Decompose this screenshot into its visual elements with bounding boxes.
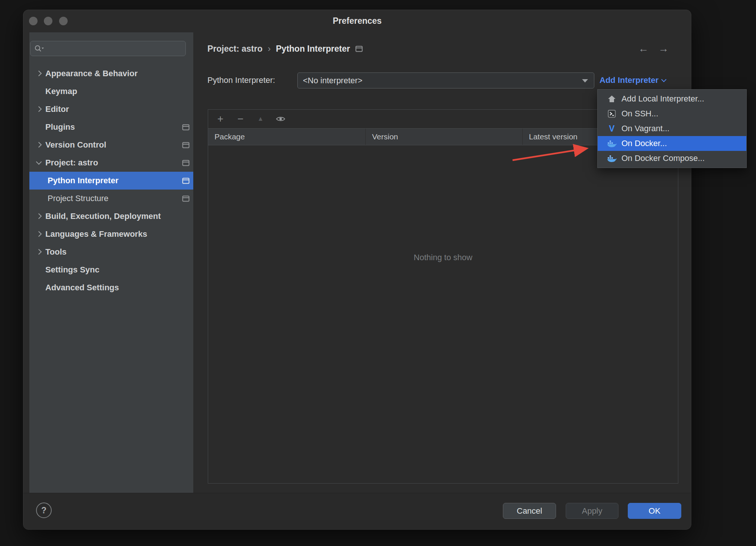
sidebar-item-label: Python Interpreter — [48, 176, 119, 185]
sidebar-item-keymap[interactable]: Keymap — [29, 83, 193, 100]
chevron-right-icon — [36, 70, 42, 76]
upgrade-package-icon[interactable]: ▲ — [256, 115, 265, 123]
chevron-down-icon — [36, 159, 42, 165]
sidebar-item-label: Advanced Settings — [45, 283, 119, 293]
sidebar-item-label: Plugins — [45, 122, 75, 132]
remove-package-icon[interactable]: − — [236, 113, 245, 125]
chevron-right-icon — [36, 231, 42, 237]
chevron-right-icon — [36, 142, 42, 148]
chevron-down-icon — [582, 79, 588, 83]
home-icon — [607, 95, 617, 103]
desktop: Preferences Appearance & Behavior Keymap — [0, 0, 756, 546]
breadcrumb-separator: › — [268, 43, 271, 54]
sidebar-item-project-structure[interactable]: Project Structure — [29, 190, 193, 207]
breadcrumb: Project: astro › Python Interpreter — [207, 43, 363, 54]
menu-item-label: On SSH... — [621, 109, 658, 119]
add-interpreter-menu: Add Local Interpreter... On SSH... V On … — [597, 89, 747, 168]
menu-item-on-ssh[interactable]: On SSH... — [598, 106, 746, 121]
docker-icon — [607, 140, 617, 147]
interpreter-select[interactable]: <No interpreter> — [297, 72, 594, 88]
search-icon — [34, 45, 44, 53]
settings-search-box[interactable] — [30, 41, 186, 56]
sidebar-item-plugins[interactable]: Plugins — [29, 118, 193, 136]
interpreter-select-value: <No interpreter> — [303, 76, 362, 85]
docker-compose-icon — [607, 155, 617, 162]
vagrant-icon: V — [607, 124, 617, 134]
dialog-footer: ? Cancel Apply OK — [23, 493, 691, 529]
back-icon[interactable]: ← — [638, 43, 649, 55]
breadcrumb-page: Python Interpreter — [276, 44, 350, 54]
menu-item-label: On Vagrant... — [621, 124, 669, 133]
in-window-marker-icon — [182, 124, 190, 130]
add-package-icon[interactable]: + — [216, 113, 225, 125]
menu-item-on-docker[interactable]: On Docker... — [598, 136, 746, 151]
chevron-down-icon — [661, 77, 666, 82]
sidebar-item-label: Settings Sync — [45, 265, 99, 275]
sidebar-item-settings-sync[interactable]: Settings Sync — [29, 261, 193, 279]
in-window-marker-icon — [355, 46, 363, 52]
column-header-version[interactable]: Version — [366, 129, 523, 145]
settings-sidebar: Appearance & Behavior Keymap Editor Plug… — [29, 32, 193, 493]
sidebar-item-label: Project: astro — [45, 158, 98, 168]
sidebar-item-project-astro[interactable]: Project: astro — [29, 154, 193, 172]
menu-item-on-docker-compose[interactable]: On Docker Compose... — [598, 151, 746, 166]
in-window-marker-icon — [182, 142, 190, 148]
sidebar-item-appearance-behavior[interactable]: Appearance & Behavior — [29, 65, 193, 83]
menu-item-label: On Docker... — [621, 139, 667, 148]
search-input[interactable] — [44, 44, 185, 53]
menu-item-add-local-interpreter[interactable]: Add Local Interpreter... — [598, 91, 746, 106]
sidebar-item-python-interpreter[interactable]: Python Interpreter — [29, 172, 193, 190]
forward-icon[interactable]: → — [658, 43, 669, 55]
sidebar-item-label: Appearance & Behavior — [45, 69, 138, 78]
ok-button[interactable]: OK — [628, 503, 681, 519]
ssh-terminal-icon — [607, 110, 617, 118]
breadcrumb-project[interactable]: Project: astro — [207, 44, 262, 54]
sidebar-item-label: Languages & Frameworks — [45, 229, 147, 239]
sidebar-item-label: Tools — [45, 247, 67, 257]
apply-button[interactable]: Apply — [566, 503, 618, 519]
sidebar-item-label: Version Control — [45, 140, 106, 150]
sidebar-item-label: Build, Execution, Deployment — [45, 211, 161, 221]
menu-item-label: On Docker Compose... — [621, 154, 705, 163]
add-interpreter-label: Add Interpreter — [600, 75, 659, 85]
empty-table-message: Nothing to show — [208, 253, 678, 262]
chevron-right-icon — [36, 106, 42, 112]
sidebar-item-label: Editor — [45, 104, 69, 114]
cancel-button[interactable]: Cancel — [503, 503, 556, 519]
help-button[interactable]: ? — [36, 503, 52, 518]
preferences-window: Preferences Appearance & Behavior Keymap — [23, 10, 691, 530]
in-window-marker-icon — [182, 196, 190, 202]
add-interpreter-link[interactable]: Add Interpreter — [600, 75, 666, 85]
sidebar-item-label: Project Structure — [48, 194, 109, 203]
sidebar-item-label: Keymap — [45, 87, 77, 96]
sidebar-item-build-execution-deployment[interactable]: Build, Execution, Deployment — [29, 207, 193, 225]
sidebar-item-version-control[interactable]: Version Control — [29, 136, 193, 154]
sidebar-item-tools[interactable]: Tools — [29, 243, 193, 261]
in-window-marker-icon — [182, 178, 190, 184]
chevron-right-icon — [36, 213, 42, 219]
sidebar-item-advanced-settings[interactable]: Advanced Settings — [29, 279, 193, 297]
in-window-marker-icon — [182, 160, 190, 166]
menu-item-on-vagrant[interactable]: V On Vagrant... — [598, 121, 746, 136]
window-title: Preferences — [23, 16, 691, 26]
sidebar-item-editor[interactable]: Editor — [29, 100, 193, 118]
column-header-package[interactable]: Package — [208, 129, 366, 145]
show-early-releases-icon[interactable] — [276, 116, 285, 122]
interpreter-label: Python Interpreter: — [207, 75, 275, 85]
chevron-right-icon — [36, 249, 42, 255]
menu-item-label: Add Local Interpreter... — [621, 94, 704, 104]
sidebar-item-languages-frameworks[interactable]: Languages & Frameworks — [29, 225, 193, 243]
